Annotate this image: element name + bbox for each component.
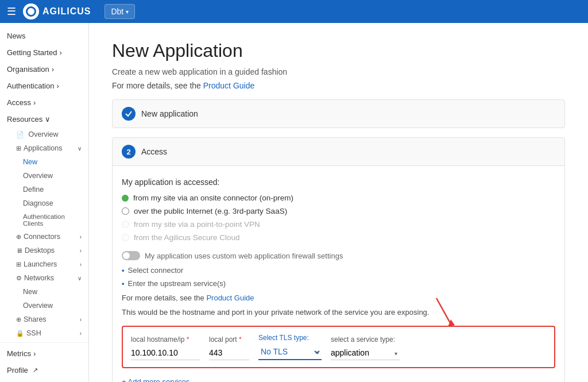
brand-name: AGILICUS [42,6,91,17]
tenant-name: Dbt [111,7,123,16]
sidebar-item-access[interactable]: Access › [0,94,88,111]
sidebar-sub-diagnose[interactable]: Diagnose [0,196,88,210]
logo: AGILICUS [23,3,91,20]
wizard-step-1: New application [112,99,565,128]
chevron-right-icon: › [80,261,82,268]
sidebar-sub-new[interactable]: New [0,155,88,169]
required-marker: * [239,335,242,344]
bullet-dot-icon: • [122,266,125,275]
toggle-knob [123,252,130,259]
radio-onsite[interactable]: from my site via an onsite connector (on… [122,194,555,202]
sidebar-sub-overview2[interactable]: Overview [0,169,88,183]
service-type-label: select a service type: [331,335,400,344]
networks-overview-label: Overview [23,302,53,310]
launcher-icon: ⊞ [16,261,21,268]
sidebar-sub-auth-clients[interactable]: Authentication Clients [0,210,88,230]
select-connector-item: • Select connector [122,266,555,275]
access-section: My application is accessed: from my site… [112,166,565,382]
sidebar-sub-networks[interactable]: ⚙ Networks ∨ [0,271,88,285]
sidebar-item-news[interactable]: News [0,28,88,44]
sidebar-sub-define[interactable]: Define [0,183,88,196]
step-2-label: Access [141,147,167,156]
radio-cloud-label: from the Agilicus Secure Cloud [134,233,240,242]
wizard-step-2: 2 Access [112,137,565,166]
product-guide-link-2[interactable]: Product Guide [206,294,254,302]
page-title: New Application [112,40,565,61]
chevron-right-icon: › [33,349,36,358]
networks-label: Networks [24,274,54,282]
waf-label: My application uses custom web applicati… [145,252,343,260]
product-guide-link[interactable]: Product Guide [203,81,255,90]
ssh-icon: 🔒 [16,330,24,337]
chevron-right-icon: › [80,330,82,337]
step-1-label: New application [141,109,198,118]
required-marker: * [187,335,189,344]
tenant-dropdown[interactable]: Dbt ▾ [105,4,135,19]
radio-group: from my site via an onsite connector (on… [122,194,555,242]
guide-prefix2: For more details, see the [122,294,206,302]
radio-vpn-input [122,221,129,228]
chevron-right-icon: › [52,65,54,74]
menu-icon[interactable]: ☰ [7,5,16,18]
checkmark-icon [125,110,133,118]
upstream-label[interactable]: Enter the upstream service(s) [128,279,226,288]
sidebar-sub-overview[interactable]: 📄 Overview [0,128,88,141]
guide-prefix: For more details, see the [112,81,203,90]
sidebar: News Getting Started › Organisation › Au… [0,23,89,382]
upstream-description: This would be the hostname and port in y… [122,308,555,317]
sidebar-sub-networks-new[interactable]: New [0,285,88,299]
logo-inner [26,6,36,17]
sidebar-sub-desktops[interactable]: 🖥 Desktops › [0,244,88,257]
profile-label: Profile [7,366,28,375]
access-question: My application is accessed: [122,178,555,187]
network-icon: ⚙ [16,275,22,282]
sidebar-sub-applications[interactable]: ⊞ Applications ∨ [0,141,88,155]
service-form-row: local hostname/ip * local port * Select … [122,326,555,368]
hostname-label: local hostname/ip * [131,335,200,344]
guide-text-2: For more details, see the Product Guide [122,294,555,302]
chevron-right-icon: › [56,82,59,90]
chevron-right-icon: › [80,317,82,323]
desktop-icon: 🖥 [16,247,22,254]
metrics-label: Metrics [7,349,31,358]
sidebar-sub-shares[interactable]: ⊕ Shares › [0,312,88,326]
sidebar-sub-connectors[interactable]: ⊕ Connectors › [0,230,88,244]
tls-select-wrapper: No TLS TLS mTLS ▾ [258,344,322,360]
sidebar-divider [0,342,88,343]
sidebar-item-organisation[interactable]: Organisation › [0,61,88,78]
tls-label: Select TLS type: [258,334,322,342]
news-label: News [7,32,26,40]
auth-clients-label: Authentication Clients [23,213,65,227]
sidebar-sub-ssh[interactable]: 🔒 SSH › [0,326,88,340]
radio-selected-dot [122,195,129,202]
sidebar-item-profile[interactable]: Profile ↗ [0,362,88,379]
sidebar-item-faq[interactable]: FAQ ? [0,379,88,382]
radio-internet[interactable]: over the public Internet (e.g. 3rd-party… [122,207,555,215]
connector-icon: ⊕ [16,233,21,241]
radio-internet-input[interactable] [122,207,129,215]
tls-select[interactable]: No TLS TLS mTLS [258,344,322,360]
new-label: New [23,158,37,166]
service-type-select[interactable]: application web api [331,346,400,360]
guide-text: For more details, see the Product Guide [112,81,565,90]
add-more-services[interactable]: + Add more services [122,377,555,382]
port-input[interactable] [209,346,249,360]
bullet-dot-icon: • [122,279,125,288]
sidebar-item-authentication[interactable]: Authentication › [0,78,88,94]
topbar: ☰ AGILICUS Dbt ▾ [0,0,588,23]
sidebar-item-metrics[interactable]: Metrics › [0,345,88,362]
hostname-input[interactable] [131,346,200,360]
sidebar-sub-networks-overview[interactable]: Overview [0,299,88,312]
port-field: local port * [209,335,249,360]
radio-vpn: from my site via a point-to-point VPN [122,220,555,229]
sidebar-item-resources[interactable]: Resources ∨ [0,111,88,128]
getting-started-label: Getting Started [7,48,57,57]
service-type-field: select a service type: application web a… [331,335,400,360]
waf-toggle[interactable] [122,251,140,260]
port-label: local port * [209,335,249,344]
select-connector-label[interactable]: Select connector [128,266,184,275]
sidebar-item-getting-started[interactable]: Getting Started › [0,44,88,61]
sidebar-sub-launchers[interactable]: ⊞ Launchers › [0,257,88,271]
layout: News Getting Started › Organisation › Au… [0,23,588,382]
ssh-label: SSH [26,329,41,337]
